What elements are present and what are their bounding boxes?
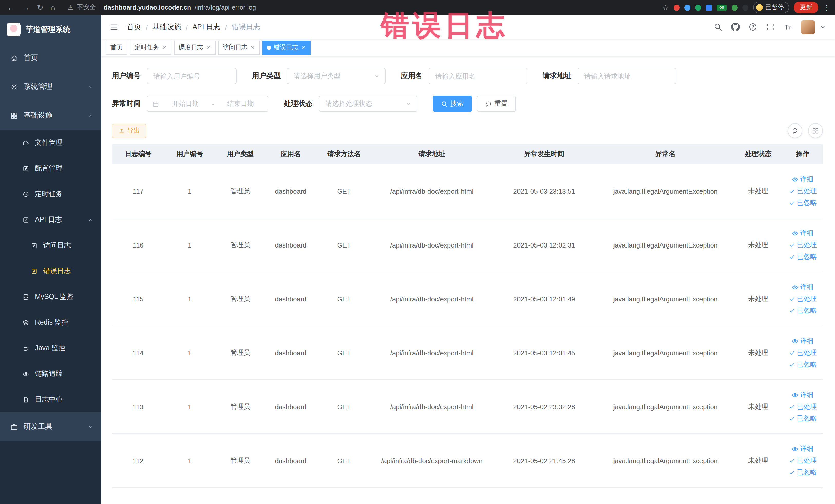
sidebar-item-system[interactable]: 系统管理 — [0, 73, 101, 101]
chevron-down-icon — [374, 73, 380, 79]
extension-grid-icon[interactable] — [706, 4, 712, 11]
extension-green-icon[interactable] — [695, 4, 701, 11]
mark-processed-link[interactable]: 已处理 — [789, 348, 817, 357]
cell-log-id: 112 — [112, 434, 165, 488]
cell-log-id: 115 — [112, 272, 165, 326]
sidebar-item-log-center[interactable]: 日志中心 — [0, 387, 101, 412]
address-divider — [100, 4, 100, 11]
extension-on-badge[interactable]: on — [717, 4, 727, 11]
sidebar-item-devtools[interactable]: 研发工具 — [0, 412, 101, 441]
mark-processed-link[interactable]: 已处理 — [789, 294, 817, 303]
extension-leaf-icon[interactable] — [732, 4, 738, 11]
close-icon[interactable] — [250, 45, 255, 50]
mark-ignored-link[interactable]: 已忽略 — [789, 360, 817, 369]
cell-status: 未处理 — [734, 218, 782, 272]
refresh-table-button[interactable] — [788, 123, 802, 138]
mark-processed-link[interactable]: 已处理 — [789, 240, 817, 249]
font-size-icon[interactable] — [783, 23, 792, 31]
mark-processed-link[interactable]: 已处理 — [789, 402, 817, 411]
mark-ignored-link[interactable]: 已忽略 — [789, 252, 817, 261]
extension-paw-icon[interactable] — [742, 4, 749, 11]
update-button[interactable]: 更新 — [794, 2, 818, 13]
tab-dispatch-log[interactable]: 调度日志 — [174, 40, 216, 55]
table-tools — [788, 123, 823, 138]
mark-processed-link[interactable]: 已处理 — [789, 186, 817, 196]
cell-user-id: 1 — [165, 218, 215, 272]
export-button[interactable]: 导出 — [112, 123, 146, 138]
tab-label: 首页 — [110, 43, 123, 52]
github-icon[interactable] — [731, 23, 740, 31]
paused-extension-badge[interactable]: 已暂停 — [753, 2, 789, 13]
close-icon[interactable] — [162, 45, 167, 50]
mark-ignored-link[interactable]: 已忽略 — [789, 414, 817, 423]
top-navbar: 首页 / 基础设施 / API 日志 / 错误日志 — [101, 15, 835, 39]
browser-menu-icon[interactable]: ⋮ — [823, 3, 830, 12]
sidebar-item-scheduled-tasks[interactable]: 定时任务 — [0, 181, 101, 207]
tab-error-log[interactable]: 错误日志 — [262, 40, 311, 55]
forward-icon[interactable]: → — [22, 4, 30, 11]
sidebar-item-redis[interactable]: Redis 监控 — [0, 310, 101, 335]
detail-link[interactable]: 详细 — [792, 175, 813, 184]
mark-ignored-link[interactable]: 已忽略 — [789, 198, 817, 207]
search-icon[interactable] — [714, 23, 722, 31]
sidebar-item-error-log[interactable]: 错误日志 — [0, 258, 101, 284]
request-url-input[interactable] — [577, 68, 676, 84]
status-label: 处理状态 — [284, 99, 313, 108]
sidebar-item-home[interactable]: 首页 — [0, 44, 101, 73]
detail-link[interactable]: 详细 — [792, 336, 813, 346]
close-icon[interactable] — [206, 45, 211, 50]
extension-blue-icon[interactable] — [684, 4, 691, 11]
mark-ignored-link[interactable]: 已忽略 — [789, 468, 817, 477]
address-bar[interactable]: ⚠ 不安全 dashboard.yudao.iocoder.cn/infra/l… — [67, 3, 658, 12]
sidebar-item-api-log[interactable]: API 日志 — [0, 207, 101, 233]
sidebar-item-access-log[interactable]: 访问日志 — [0, 233, 101, 258]
log-center-icon — [23, 396, 29, 403]
sidebar-item-java[interactable]: Java 监控 — [0, 335, 101, 361]
reset-button[interactable]: 重置 — [477, 96, 516, 112]
mark-processed-link[interactable]: 已处理 — [789, 456, 817, 465]
tab-home[interactable]: 首页 — [106, 40, 127, 55]
breadcrumb-item[interactable]: 基础设施 — [152, 22, 181, 32]
avatar — [801, 20, 815, 34]
user-menu[interactable] — [801, 20, 827, 34]
app-logo[interactable]: 芋道管理系统 — [0, 15, 101, 44]
column-settings-button[interactable] — [808, 123, 823, 138]
close-icon[interactable] — [301, 45, 306, 50]
sidebar-item-file-manage[interactable]: 文件管理 — [0, 130, 101, 156]
date-range-picker[interactable]: 开始日期 - 结束日期 — [147, 96, 268, 112]
detail-link[interactable]: 详细 — [792, 228, 813, 238]
bookmark-star-icon[interactable]: ☆ — [662, 4, 669, 11]
sidebar-item-infra[interactable]: 基础设施 — [0, 101, 101, 130]
tab-label: 错误日志 — [273, 43, 298, 52]
breadcrumb-item[interactable]: API 日志 — [192, 22, 221, 32]
eye-icon — [792, 176, 798, 183]
breadcrumb-item[interactable]: 首页 — [127, 22, 141, 32]
sidebar-item-mysql[interactable]: MySQL 监控 — [0, 284, 101, 310]
fullscreen-icon[interactable] — [766, 23, 775, 31]
search-button[interactable]: 搜索 — [433, 96, 472, 112]
sidebar-item-trace[interactable]: 链路追踪 — [0, 361, 101, 387]
help-icon[interactable] — [749, 23, 757, 31]
tab-scheduled-tasks[interactable]: 定时任务 — [130, 40, 171, 55]
tab-access-log[interactable]: 访问日志 — [218, 40, 260, 55]
mark-ignored-link[interactable]: 已忽略 — [789, 306, 817, 315]
user-type-select[interactable]: 请选择用户类型 — [287, 68, 386, 84]
select-placeholder: 请选择用户类型 — [294, 72, 340, 81]
back-icon[interactable]: ← — [7, 4, 15, 11]
detail-link[interactable]: 详细 — [792, 390, 813, 400]
cell-user-id: 1 — [165, 164, 215, 218]
sidebar-item-label: 日志中心 — [35, 395, 63, 404]
detail-link[interactable]: 详细 — [792, 444, 813, 453]
row-actions: 详细 已处理 已忽略 — [785, 390, 821, 423]
sidebar-item-config[interactable]: 配置管理 — [0, 156, 101, 181]
cell-method: GET — [316, 218, 372, 272]
user-id-input[interactable] — [147, 68, 237, 84]
reload-icon[interactable]: ↻ — [37, 4, 43, 11]
extension-red-icon[interactable] — [674, 4, 680, 11]
browser-home-icon[interactable]: ⌂ — [50, 4, 55, 11]
detail-link[interactable]: 详细 — [792, 282, 813, 292]
status-select[interactable]: 请选择处理状态 — [319, 96, 418, 112]
app-name-input[interactable] — [429, 68, 527, 84]
sidebar-toggle-icon[interactable] — [109, 22, 119, 32]
sidebar-item-label: 链路追踪 — [35, 369, 63, 379]
